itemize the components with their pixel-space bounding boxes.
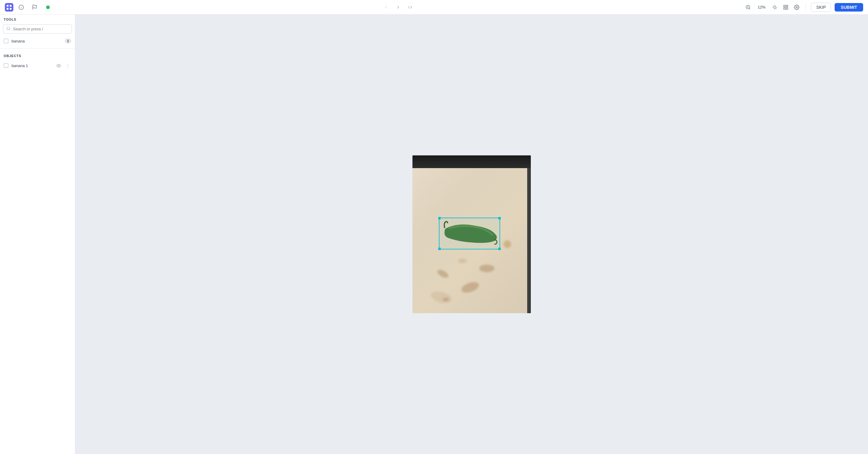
more-options-icon[interactable] [64,62,71,69]
stain-4 [458,259,467,263]
svg-rect-0 [7,5,8,7]
zoom-in-icon[interactable] [744,3,752,11]
object-item-banana-1[interactable]: banana 1 [0,59,75,71]
nav-prev-button[interactable] [381,2,391,12]
tool-checkbox-banana[interactable] [4,38,8,43]
sidebar-divider [0,48,75,49]
tools-section-header: TOOLS [0,14,75,23]
objects-section-header: OBJECTS [0,51,75,59]
banana-object [439,219,500,249]
object-actions-banana-1 [55,62,71,69]
svg-point-30 [67,65,68,66]
layout-icon[interactable] [781,3,790,11]
brightness-icon[interactable] [771,3,779,11]
submit-button[interactable]: SUBMIT [835,3,863,11]
svg-point-14 [774,6,776,8]
topbar-right: 12% SKIP SUBMIT [744,3,863,12]
object-label-banana-1: banana 1 [11,63,52,68]
navigation-controls [56,2,740,12]
logo-icon[interactable] [5,3,13,11]
annotation-image [412,155,531,313]
svg-line-27 [9,29,10,30]
stain-6 [503,240,511,248]
tool-label-banana: banana [11,39,62,43]
svg-point-26 [7,27,10,30]
svg-point-28 [58,65,59,66]
sidebar: TOOLS banana 1 OBJECTS banana 1 [0,14,75,454]
svg-point-29 [67,64,68,65]
topbar-tool-icons [771,3,801,11]
zoom-level: 12% [756,5,767,9]
topbar-left-icons [17,3,52,11]
skip-button[interactable]: SKIP [811,3,831,12]
search-input[interactable] [13,27,69,31]
canvas-area[interactable] [75,14,868,454]
svg-line-11 [749,8,750,9]
svg-rect-22 [786,5,788,7]
tool-count-banana: 1 [65,38,71,43]
topbar: 12% SKIP SUBMIT [0,0,868,14]
nav-next-button[interactable] [393,2,403,12]
svg-rect-21 [784,5,785,7]
stain-3 [479,265,494,272]
svg-rect-24 [786,8,788,9]
settings-icon[interactable] [793,3,801,11]
svg-rect-2 [7,8,8,10]
object-checkbox-banana-1[interactable] [4,63,8,68]
status-dot [44,3,52,11]
search-icon [6,26,11,32]
main-layout: TOOLS banana 1 OBJECTS banana 1 [0,14,868,454]
image-container [412,155,531,313]
svg-point-31 [67,66,68,67]
stain-7 [443,298,449,301]
info-icon[interactable] [17,3,26,11]
svg-line-17 [773,5,774,6]
divider [806,4,806,11]
svg-point-25 [796,6,798,8]
svg-rect-23 [784,8,785,9]
flag-icon[interactable] [30,3,39,11]
visibility-icon[interactable] [55,62,62,69]
nav-last-button[interactable] [405,2,415,12]
svg-point-8 [46,5,50,9]
svg-rect-1 [10,5,11,7]
tool-item-banana[interactable]: banana 1 [0,36,75,46]
search-box[interactable] [3,24,72,34]
svg-line-18 [776,8,777,9]
svg-rect-3 [10,8,11,10]
